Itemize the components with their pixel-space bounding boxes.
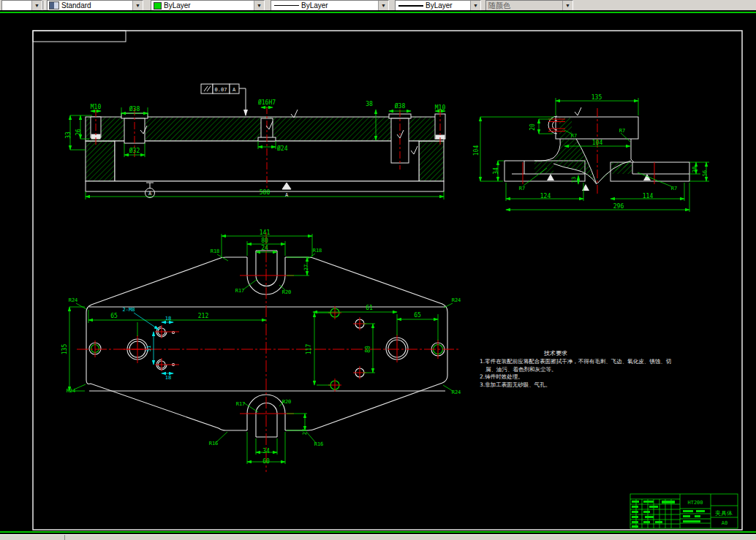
- dim-label: 124: [540, 193, 551, 199]
- dim-label: A: [285, 192, 289, 198]
- dim-label: R18: [313, 248, 322, 254]
- style-icon: [49, 1, 59, 9]
- lineweight-control-combo[interactable]: ByLayer ▼: [395, 0, 481, 11]
- tech-req-line: 3.非加工表面无砂眼、气孔。: [480, 381, 676, 389]
- dim-label: 212: [198, 313, 209, 319]
- dim-label: R7: [519, 186, 525, 191]
- cad-application-window: ▼ Standard ▼ ByLayer ▼ ByLayer ▼ ByLayer…: [0, 0, 756, 540]
- lineweight-control-value: ByLayer: [423, 1, 470, 9]
- dim-label: 135: [61, 344, 68, 355]
- dim-label: R20: [282, 289, 292, 295]
- text-style-combo[interactable]: Standard ▼: [47, 0, 143, 11]
- plotstyle-control-value: 随颜色: [486, 1, 562, 11]
- dim-label: R17: [236, 401, 246, 407]
- dim-label: 28: [692, 167, 698, 172]
- dim-label: 18: [165, 375, 171, 381]
- dim-label: R17: [235, 288, 245, 294]
- dim-label: 65: [110, 313, 118, 319]
- roughness-icon: [575, 107, 581, 115]
- dim-label: 114: [643, 193, 654, 199]
- dim-label: 34: [493, 167, 499, 175]
- dim-label: A0: [722, 520, 727, 526]
- chevron-down-icon[interactable]: ▼: [254, 1, 264, 10]
- plan-view: [69, 232, 459, 472]
- dim-label: Ø24: [277, 145, 288, 152]
- drawing-canvas[interactable]: M10Ø38Ø323326Ø16H7Ø2438Ø38M105800.07AAA1…: [0, 10, 756, 534]
- tech-req-line: 屑、油污、着色剂和灰尘等。: [485, 366, 676, 374]
- dim-label: 27: [302, 429, 308, 435]
- dim-label: R24: [452, 389, 461, 395]
- plotstyle-control-combo: 随颜色 ▼: [485, 0, 573, 11]
- dim-label: 104: [592, 140, 603, 146]
- side-section-view: [480, 98, 709, 212]
- dim-label: 104: [473, 145, 480, 156]
- dim-label: Ø38: [395, 102, 406, 110]
- dim-label: 117: [306, 344, 312, 355]
- dim-label: 80: [261, 237, 268, 244]
- dim-label: 51: [146, 346, 152, 351]
- object-properties-toolbar: ▼ Standard ▼ ByLayer ▼ ByLayer ▼ ByLayer…: [0, 0, 756, 11]
- dim-label: R7: [619, 128, 625, 134]
- chevron-down-icon: ▼: [562, 1, 572, 10]
- dim-label: R24: [69, 297, 78, 303]
- dim-label: 27: [303, 265, 309, 270]
- dim-label: 65: [414, 312, 421, 319]
- scrollbar-divider: [64, 535, 65, 540]
- dim-label: M10: [435, 104, 446, 111]
- dim-label: 夹具体: [715, 510, 733, 517]
- tech-req-title: 技术要求: [544, 349, 676, 357]
- dim-label: R7: [571, 133, 577, 139]
- linetype-control-combo[interactable]: ByLayer ▼: [271, 0, 389, 11]
- chevron-down-icon[interactable]: ▼: [132, 1, 143, 10]
- linetype-icon: [274, 5, 299, 6]
- dim-label: 60: [262, 458, 270, 465]
- dim-label: R24: [452, 297, 461, 303]
- dim-label: R24: [67, 388, 76, 394]
- status-scroll-bar[interactable]: [0, 534, 756, 540]
- dim-label: Ø38: [129, 105, 140, 113]
- color-control-combo[interactable]: ByLayer ▼: [151, 0, 265, 11]
- dim-label: 141: [260, 229, 271, 236]
- dim-label: 18: [165, 316, 171, 322]
- dim-label: 56: [702, 170, 708, 176]
- chevron-down-icon[interactable]: ▼: [470, 1, 480, 10]
- dim-label: 0.07: [215, 87, 227, 93]
- dim-label: Ø16H7: [258, 99, 276, 106]
- dim-label: 26: [75, 129, 82, 136]
- viewport-border: [0, 12, 756, 532]
- dim-label: R7: [671, 186, 677, 191]
- plan-centerlines: [77, 232, 459, 472]
- tech-req-line: 2.铸件时效处理。: [480, 373, 676, 381]
- dim-label: 20: [529, 123, 536, 131]
- dim-label: 13: [571, 177, 577, 183]
- dim-label: 580: [260, 189, 271, 196]
- dim-label: R18: [211, 248, 220, 254]
- dim-label: HT200: [687, 500, 703, 506]
- dim-label: R16: [209, 441, 219, 446]
- dim-label: 135: [591, 94, 602, 101]
- dim-label: Ø32: [129, 147, 140, 154]
- dim-label: R16: [314, 441, 324, 447]
- tech-req-line: 1.零件在装配前应将配合表面擦拭干净，不得有毛刺、飞边、氧化皮、锈蚀、切: [480, 358, 676, 366]
- chevron-down-icon[interactable]: ▼: [378, 1, 388, 10]
- lineweight-icon: [398, 5, 423, 7]
- color-swatch-icon: [154, 2, 162, 9]
- dim-label: M10: [91, 104, 102, 110]
- dim-label: 33: [65, 132, 72, 139]
- layer-combo[interactable]: ▼: [1, 0, 42, 11]
- side-dimensions: [480, 98, 709, 212]
- dim-label: 38: [366, 101, 373, 107]
- dim-label: 80: [365, 346, 371, 353]
- dim-label: 296: [613, 203, 624, 210]
- dim-label: R20: [282, 399, 292, 405]
- drawing-svg: M10Ø38Ø323326Ø16H7Ø2438Ø38M105800.07AAA1…: [0, 10, 756, 534]
- chevron-down-icon[interactable]: ▼: [31, 1, 42, 10]
- text-style-value: Standard: [59, 1, 132, 9]
- color-control-value: ByLayer: [162, 1, 254, 9]
- dim-label: 24: [261, 245, 268, 251]
- dim-label: 61: [366, 305, 373, 311]
- toolbar-separator: [42, 1, 45, 9]
- linetype-control-value: ByLayer: [299, 1, 378, 9]
- dim-label: 2-M8: [123, 307, 135, 313]
- technical-requirements: 技术要求 1.零件在装配前应将配合表面擦拭干净，不得有毛刺、飞边、氧化皮、锈蚀、…: [480, 349, 676, 389]
